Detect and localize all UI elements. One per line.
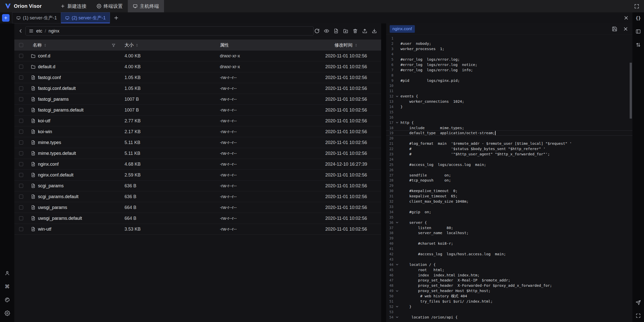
code-line[interactable]: 29 <box>386 183 632 188</box>
file-name[interactable]: mime.types.default <box>38 151 76 156</box>
column-header-mtime[interactable]: 修改时间 <box>335 42 353 48</box>
file-name[interactable]: win-utf <box>38 227 51 232</box>
table-row[interactable]: scgi_params.default 636 B -rw-r--r-- 202… <box>14 191 381 202</box>
file-name[interactable]: fastcgi.conf.default <box>38 86 76 91</box>
code-line[interactable]: 33 <box>386 204 632 209</box>
file-name[interactable]: koi-win <box>38 129 52 134</box>
row-checkbox[interactable] <box>19 54 23 58</box>
sort-icon[interactable] <box>43 43 47 47</box>
code-line[interactable]: 41 <box>386 246 632 252</box>
code-line[interactable]: 35 <box>386 214 632 220</box>
file-name[interactable]: mime.types <box>38 140 61 145</box>
table-row[interactable]: nginx.conf 4.68 KB -rw-r--r-- 2024-12-10… <box>14 159 381 170</box>
refresh-icon[interactable] <box>314 28 320 34</box>
code-line[interactable]: 5 #error_log logs/error.log; <box>386 57 632 62</box>
table-row[interactable]: win-utf 3.53 KB -rw-r--r-- 2020-11-01 10… <box>14 224 381 235</box>
menu-item-new-connection[interactable]: 新建连接 <box>55 0 92 12</box>
file-name[interactable]: nginx.conf.default <box>38 172 73 178</box>
table-row[interactable]: fastcgi_params 1007 B -rw-r--r-- 2020-11… <box>14 94 381 105</box>
menu-item-terminal-settings[interactable]: 终端设置 <box>92 0 128 12</box>
download-icon[interactable] <box>371 28 378 34</box>
column-header-name[interactable]: 名称 <box>33 42 42 48</box>
code-line[interactable]: 26 <box>386 167 632 172</box>
table-row[interactable]: default.d 4.00 KB drwxr-xr-x 2020-11-01 … <box>14 61 381 72</box>
code-line[interactable]: 48 proxy_set_header X-Forwarded-For $pro… <box>386 283 632 288</box>
send-icon[interactable] <box>635 299 641 306</box>
code-line[interactable]: 23 # '"$http_user_agent" "$http_x_forwar… <box>386 152 632 157</box>
code-line[interactable]: 53 <box>386 309 632 314</box>
row-checkbox[interactable] <box>19 205 23 209</box>
code-line[interactable]: 11 <box>386 88 632 94</box>
code-line[interactable]: 7 #error_log logs/error.log info; <box>386 67 632 73</box>
file-name[interactable]: conf.d <box>38 53 50 59</box>
table-row[interactable]: fastcgi_params.default 1007 B -rw-r--r--… <box>14 105 381 116</box>
code-line[interactable]: 46 index index.html index.htm; <box>386 272 632 278</box>
code-line[interactable]: 31 keepalive_timeout 65; <box>386 194 632 199</box>
code-line[interactable]: 18 include mime.types; <box>386 125 632 130</box>
code-line[interactable]: 3 worker_processes 1; <box>386 46 632 52</box>
code-line[interactable]: 34 #gzip on; <box>386 209 632 214</box>
save-icon[interactable] <box>611 26 618 32</box>
new-file-icon[interactable] <box>333 28 339 34</box>
code-line[interactable]: 12 events { <box>386 94 632 99</box>
code-line[interactable]: 22 # '$status $body_bytes_sent "$http_re… <box>386 146 632 152</box>
row-checkbox[interactable] <box>19 151 23 155</box>
row-checkbox[interactable] <box>19 140 23 145</box>
row-checkbox[interactable] <box>19 130 23 134</box>
row-checkbox[interactable] <box>19 119 23 123</box>
menu-item-host-terminal[interactable]: 主机终端 <box>128 0 164 12</box>
upload-icon[interactable] <box>361 28 368 34</box>
tab-server-1[interactable]: (1) server-生产-1 <box>12 12 61 23</box>
file-name[interactable]: fastcgi_params <box>38 97 69 102</box>
file-name[interactable]: scgi_params.default <box>38 194 78 199</box>
code-editor[interactable]: 1 2 #user nobody; 3 worker_processes 1; … <box>386 34 632 322</box>
list-icon[interactable] <box>29 28 34 33</box>
row-checkbox[interactable] <box>19 65 23 69</box>
code-line[interactable]: 16 <box>386 115 632 120</box>
code-line[interactable]: 24 <box>386 157 632 162</box>
fold-icon[interactable] <box>393 315 400 319</box>
code-line[interactable]: 30 #keepalive_timeout 0; <box>386 188 632 194</box>
code-line[interactable]: 52 } <box>386 304 632 309</box>
fold-icon[interactable] <box>393 221 400 224</box>
code-line[interactable]: 6 #error_log logs/error.log notice; <box>386 62 632 67</box>
code-line[interactable]: 2 #user nobody; <box>386 41 632 46</box>
sort-icon[interactable] <box>135 43 139 47</box>
sort-icon[interactable] <box>354 43 358 47</box>
table-row[interactable]: mime.types.default 5.11 KB -rw-r--r-- 20… <box>14 148 381 159</box>
code-line[interactable]: 40 #charset koi8-r; <box>386 241 632 246</box>
filter-icon[interactable] <box>111 43 116 48</box>
close-icon[interactable] <box>622 26 629 32</box>
table-row[interactable]: conf.d 4.00 KB drwxr-xr-x 2020-11-01 10:… <box>14 51 381 61</box>
code-line[interactable]: 51 try_files $uri $uri/ /index.html; <box>386 299 632 304</box>
code-line[interactable]: 49 proxy_set_header Host $http_host; <box>386 288 632 294</box>
code-line[interactable]: 28 #tcp_nopush on; <box>386 178 632 183</box>
row-checkbox[interactable] <box>19 184 23 188</box>
fold-icon[interactable] <box>393 305 400 308</box>
code-line[interactable]: 13 worker_connections 1024; <box>386 99 632 104</box>
transfer-icon[interactable] <box>635 42 641 48</box>
table-row[interactable]: fastcgi.conf 1.05 KB -rw-r--r-- 2020-11-… <box>14 72 381 83</box>
editor-scrollbar-thumb[interactable] <box>630 63 632 119</box>
delete-icon[interactable] <box>352 28 358 34</box>
breadcrumb-segment-etc[interactable]: etc <box>36 28 42 34</box>
table-row[interactable]: uwsgi_params 664 B -rw-r--r-- 2020-11-01… <box>14 202 381 213</box>
table-row[interactable]: fastcgi.conf.default 1.05 KB -rw-r--r-- … <box>14 83 381 94</box>
code-line[interactable]: 8 <box>386 73 632 78</box>
code-line[interactable]: 45 root html; <box>386 267 632 272</box>
editor-panel-icon[interactable] <box>635 28 641 35</box>
fold-icon[interactable] <box>393 121 400 124</box>
row-checkbox[interactable] <box>19 97 23 101</box>
file-name[interactable]: fastcgi_params.default <box>38 108 84 113</box>
table-row[interactable]: mime.types 5.11 KB -rw-r--r-- 2020-11-01… <box>14 137 381 148</box>
table-row[interactable]: koi-utf 2.77 KB -rw-r--r-- 2020-11-01 10… <box>14 116 381 126</box>
code-line[interactable]: 19 default_type application/octet-stream… <box>386 130 632 136</box>
tab-server-2[interactable]: (2) server-生产-1 <box>61 12 110 23</box>
file-name[interactable]: uwsgi_params.default <box>38 216 82 221</box>
row-checkbox[interactable] <box>19 86 23 90</box>
code-line[interactable]: 37 listen 80; <box>386 225 632 230</box>
code-line[interactable]: 36 server { <box>386 220 632 225</box>
fullscreen-icon[interactable] <box>633 3 640 10</box>
file-name[interactable]: default.d <box>38 64 55 69</box>
code-line[interactable]: 27 sendfile on; <box>386 172 632 178</box>
